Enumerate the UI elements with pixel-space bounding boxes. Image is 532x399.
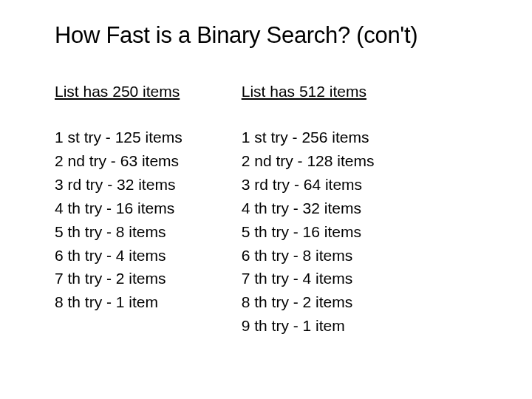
try-line: 5 th try - 8 items (55, 220, 183, 244)
try-line: 7 th try - 2 items (55, 267, 183, 290)
try-line: 2 nd try - 128 items (242, 149, 375, 173)
left-column-header: List has 250 items (55, 83, 183, 100)
try-line: 2 nd try - 63 items (55, 149, 183, 173)
right-column: List has 512 items 1 st try - 256 items … (242, 83, 375, 338)
try-line: 6 th try - 4 items (55, 244, 183, 267)
try-line: 5 th try - 16 items (242, 220, 375, 244)
try-line: 3 rd try - 32 items (55, 173, 183, 197)
try-line: 9 th try - 1 item (242, 314, 375, 338)
try-line: 4 th try - 32 items (242, 197, 375, 220)
left-column: List has 250 items 1 st try - 125 items … (55, 83, 183, 338)
try-line: 6 th try - 8 items (242, 244, 375, 267)
slide: How Fast is a Binary Search? (con't) Lis… (0, 0, 532, 399)
try-line: 8 th try - 2 items (242, 290, 375, 314)
try-line: 4 th try - 16 items (55, 197, 183, 220)
page-title: How Fast is a Binary Search? (con't) (55, 22, 488, 49)
try-line: 7 th try - 4 items (242, 267, 375, 290)
try-line: 1 st try - 256 items (242, 126, 375, 149)
try-line: 3 rd try - 64 items (242, 173, 375, 197)
right-column-header: List has 512 items (242, 83, 375, 100)
columns: List has 250 items 1 st try - 125 items … (55, 83, 488, 338)
try-line: 1 st try - 125 items (55, 126, 183, 149)
try-line: 8 th try - 1 item (55, 290, 183, 314)
